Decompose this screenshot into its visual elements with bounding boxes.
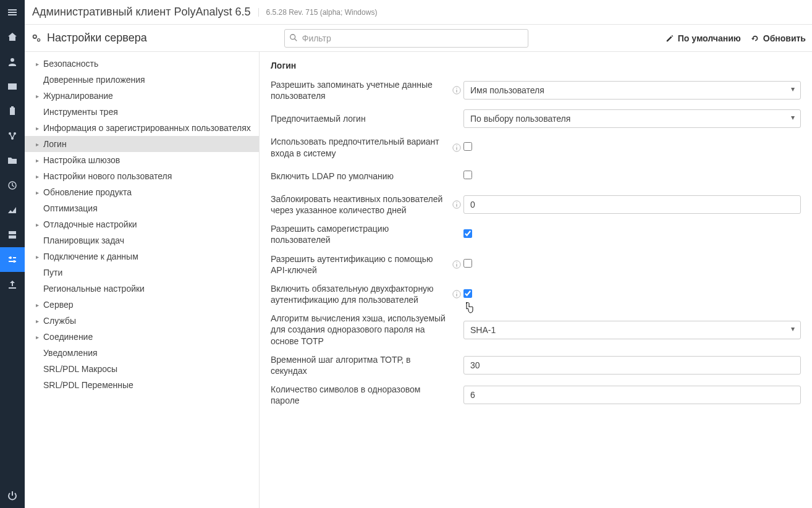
caret-icon: ▸ bbox=[36, 141, 42, 148]
tree-item-label: Информация о зарегистрированных пользова… bbox=[43, 123, 251, 133]
tree-item[interactable]: ▸Отладочные настройки bbox=[25, 216, 259, 232]
tree-item[interactable]: Пути bbox=[25, 265, 259, 281]
tree-item[interactable]: ▸Настройки нового пользователя bbox=[25, 168, 259, 184]
nav-users-icon[interactable] bbox=[0, 49, 25, 74]
tree-item[interactable]: ▸Логин bbox=[25, 136, 259, 152]
tree-item-label: Соединение bbox=[43, 332, 93, 342]
tree-item-label: Региональные настройки bbox=[43, 284, 145, 294]
tree-item[interactable]: ▸Безопасность bbox=[25, 56, 259, 72]
label: Алгоритм вычисления хэша, используемый д… bbox=[271, 313, 450, 347]
label: Разрешить запоминать учетные данные поль… bbox=[271, 79, 450, 101]
main: ▸БезопасностьДоверенные приложения▸Журна… bbox=[25, 52, 812, 508]
tree-item-label: Сервер bbox=[43, 300, 74, 310]
tree-item[interactable]: ▸Подключение к данным bbox=[25, 248, 259, 265]
filter-input[interactable] bbox=[284, 29, 528, 48]
tree-item[interactable]: Доверенные приложения bbox=[25, 72, 259, 88]
tree-item-label: Отладочные настройки bbox=[43, 219, 137, 229]
row-step: Временной шаг алгоритма ТОТР, в секундах bbox=[271, 354, 801, 376]
tree-item[interactable]: Планировщик задач bbox=[25, 232, 259, 248]
nav-folder-icon[interactable] bbox=[0, 148, 25, 173]
svg-point-6 bbox=[9, 256, 12, 259]
api-keys-checkbox[interactable] bbox=[463, 259, 472, 268]
tree-item-label: Настройка шлюзов bbox=[43, 155, 120, 165]
tree-item-label: Инструменты трея bbox=[43, 107, 118, 117]
info-icon[interactable] bbox=[450, 143, 463, 152]
step-input[interactable] bbox=[463, 356, 801, 375]
nav-power-icon[interactable] bbox=[0, 483, 25, 508]
nav-network-icon[interactable] bbox=[0, 124, 25, 148]
nav-settings-icon[interactable] bbox=[0, 247, 25, 272]
label: Использовать предпочтительный вариант вх… bbox=[271, 136, 450, 158]
nav-card-icon[interactable] bbox=[0, 74, 25, 99]
info-icon[interactable] bbox=[450, 260, 463, 269]
label: Заблокировать неактивных пользователей ч… bbox=[271, 193, 450, 216]
info-icon[interactable] bbox=[450, 200, 463, 209]
info-icon[interactable] bbox=[450, 290, 463, 298]
hash-select[interactable] bbox=[463, 321, 801, 339]
tree-item[interactable]: ▸Сервер bbox=[25, 297, 259, 313]
nav-upload-icon[interactable] bbox=[0, 272, 25, 297]
page-toolbar: Настройки сервера По умолчанию Обновить bbox=[25, 25, 812, 52]
info-icon[interactable] bbox=[450, 86, 463, 95]
tree-item-label: Логин bbox=[43, 139, 67, 149]
svg-point-7 bbox=[13, 260, 15, 263]
caret-icon: ▸ bbox=[36, 157, 42, 164]
topbar: Административный клиент PolyAnalyst 6.5 … bbox=[25, 0, 812, 25]
remember-select[interactable] bbox=[463, 81, 801, 99]
row-digits: Количество символов в одноразовом пароле bbox=[271, 384, 801, 406]
tree-item[interactable]: SRL/PDL Макросы bbox=[25, 361, 259, 377]
label: Разрешить аутентификацию с помощью API-к… bbox=[271, 253, 450, 276]
label: Включить обязательную двухфакторную ауте… bbox=[271, 283, 450, 305]
twofa-checkbox[interactable] bbox=[463, 289, 472, 298]
tree-item-label: Безопасность bbox=[43, 59, 98, 69]
nav-clock-icon[interactable] bbox=[0, 173, 25, 198]
svg-point-8 bbox=[290, 34, 295, 39]
tree-item[interactable]: ▸Журналирование bbox=[25, 88, 259, 104]
label: Разрешить саморегистрацию пользователей bbox=[271, 223, 450, 245]
nav-home-icon[interactable] bbox=[0, 25, 25, 49]
refresh-button[interactable]: Обновить bbox=[751, 33, 806, 43]
nav-clipboard-icon[interactable] bbox=[0, 99, 25, 124]
row-ldap: Включить LDAP по умолчанию bbox=[271, 166, 801, 186]
defaults-button[interactable]: По умолчанию bbox=[666, 33, 741, 43]
use-preferred-checkbox[interactable] bbox=[463, 142, 472, 151]
self-reg-checkbox[interactable] bbox=[463, 229, 472, 238]
tree-item[interactable]: SRL/PDL Переменные bbox=[25, 377, 259, 393]
tree-item[interactable]: ▸Соединение bbox=[25, 329, 259, 345]
preferred-select[interactable] bbox=[463, 109, 801, 128]
app-root: Административный клиент PolyAnalyst 6.5 … bbox=[0, 0, 812, 508]
nav-server-icon[interactable] bbox=[0, 222, 25, 247]
tree-item[interactable]: ▸Службы bbox=[25, 313, 259, 329]
row-api-keys: Разрешить аутентификацию с помощью API-к… bbox=[271, 253, 801, 276]
tree-item-label: Службы bbox=[43, 316, 76, 326]
caret-icon: ▸ bbox=[36, 61, 42, 67]
svg-rect-4 bbox=[9, 231, 16, 234]
tree-item-label: Уведомления bbox=[43, 348, 98, 358]
label: Количество символов в одноразовом пароле bbox=[271, 384, 450, 406]
tree-item[interactable]: ▸Настройка шлюзов bbox=[25, 152, 259, 168]
tree-item[interactable]: ▸Информация о зарегистрированных пользов… bbox=[25, 120, 259, 136]
tree-item[interactable]: Региональные настройки bbox=[25, 281, 259, 297]
digits-input[interactable] bbox=[463, 386, 801, 404]
tree-item[interactable]: Уведомления bbox=[25, 345, 259, 361]
tree-item-label: SRL/PDL Переменные bbox=[43, 380, 133, 390]
page-title-wrap: Настройки сервера bbox=[31, 32, 147, 44]
tree-item[interactable]: ▸Обновление продукта bbox=[25, 184, 259, 200]
settings-form: Логин Разрешить запоминать учетные данны… bbox=[260, 52, 812, 508]
caret-icon: ▸ bbox=[36, 302, 42, 308]
form-title: Логин bbox=[271, 61, 801, 70]
search-icon bbox=[289, 33, 298, 44]
menu-toggle-button[interactable] bbox=[0, 0, 25, 25]
tree-item-label: Доверенные приложения bbox=[43, 75, 145, 85]
caret-icon: ▸ bbox=[36, 173, 42, 180]
block-inactive-input[interactable] bbox=[463, 195, 801, 214]
tree-item[interactable]: Инструменты трея bbox=[25, 104, 259, 120]
caret-icon: ▸ bbox=[36, 125, 42, 132]
nav-chart-icon[interactable] bbox=[0, 198, 25, 222]
ldap-checkbox[interactable] bbox=[463, 171, 472, 179]
app-title: Административный клиент PolyAnalyst 6.5 bbox=[32, 6, 251, 19]
tree-item-label: Пути bbox=[43, 268, 62, 277]
label: Включить LDAP по умолчанию bbox=[271, 171, 450, 182]
settings-tree: ▸БезопасностьДоверенные приложения▸Журна… bbox=[25, 52, 260, 508]
tree-item[interactable]: Оптимизация bbox=[25, 200, 259, 216]
